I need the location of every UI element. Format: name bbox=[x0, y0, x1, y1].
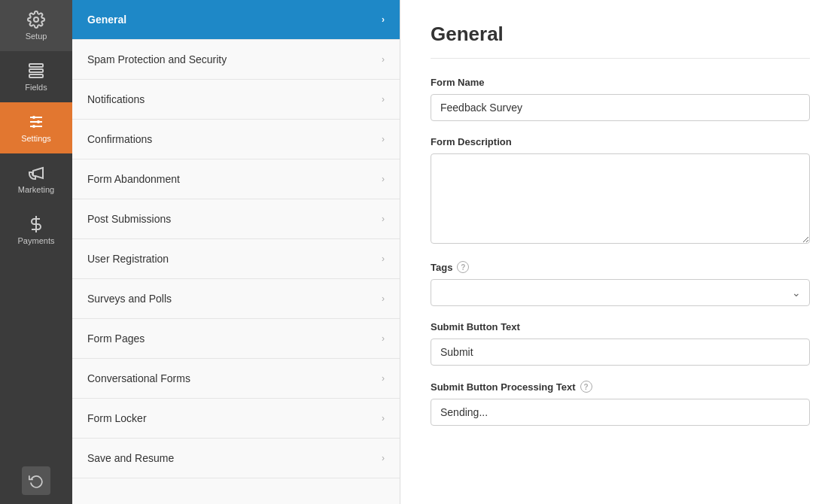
chevron-icon: › bbox=[382, 134, 385, 144]
menu-label-general: General bbox=[87, 14, 126, 26]
menu-item-general[interactable]: General › bbox=[72, 0, 400, 40]
svg-rect-3 bbox=[29, 74, 43, 77]
nav-label-payments: Payments bbox=[18, 236, 55, 245]
history-icon bbox=[29, 473, 44, 488]
chevron-icon: › bbox=[382, 214, 385, 224]
menu-item-form-abandonment[interactable]: Form Abandonment › bbox=[72, 159, 400, 199]
megaphone-icon bbox=[27, 164, 45, 182]
form-description-label: Form Description bbox=[431, 136, 810, 147]
tags-group: Tags ? ⌄ bbox=[431, 261, 810, 306]
chevron-icon: › bbox=[382, 373, 385, 384]
nav-item-settings[interactable]: Settings bbox=[0, 102, 72, 153]
dollar-icon bbox=[27, 215, 45, 233]
menu-item-spam-protection[interactable]: Spam Protection and Security › bbox=[72, 40, 400, 80]
nav-label-settings: Settings bbox=[21, 134, 51, 143]
processing-help-icon[interactable]: ? bbox=[580, 381, 592, 393]
menu-item-conversational-forms[interactable]: Conversational Forms › bbox=[72, 359, 400, 399]
menu-item-confirmations[interactable]: Confirmations › bbox=[72, 120, 400, 159]
menu-item-user-registration[interactable]: User Registration › bbox=[72, 239, 400, 279]
sliders-icon bbox=[27, 113, 45, 131]
tags-label: Tags ? bbox=[431, 261, 810, 273]
svg-point-8 bbox=[37, 120, 40, 123]
page-title: General bbox=[431, 23, 810, 59]
nav-item-payments[interactable]: Payments bbox=[0, 205, 72, 256]
menu-item-form-pages[interactable]: Form Pages › bbox=[72, 319, 400, 359]
chevron-icon: › bbox=[382, 413, 385, 424]
chevron-icon: › bbox=[382, 453, 385, 463]
nav-label-setup: Setup bbox=[26, 32, 47, 41]
nav-label-fields: Fields bbox=[25, 83, 47, 92]
menu-label-form-pages: Form Pages bbox=[87, 332, 145, 345]
menu-item-post-submissions[interactable]: Post Submissions › bbox=[72, 199, 400, 239]
form-name-input[interactable] bbox=[431, 94, 810, 121]
menu-label-confirmations: Confirmations bbox=[87, 133, 152, 145]
chevron-icon: › bbox=[382, 94, 385, 105]
svg-point-9 bbox=[32, 125, 35, 128]
menu-label-notifications: Notifications bbox=[87, 93, 145, 105]
chevron-icon: › bbox=[382, 254, 385, 264]
menu-label-form-abandonment: Form Abandonment bbox=[87, 173, 180, 185]
tags-select-wrapper: ⌄ bbox=[431, 279, 810, 306]
submit-button-text-label: Submit Button Text bbox=[431, 321, 810, 332]
fields-icon bbox=[27, 62, 45, 80]
menu-label-surveys-polls: Surveys and Polls bbox=[87, 293, 172, 305]
gear-icon bbox=[27, 11, 45, 29]
menu-label-spam-protection: Spam Protection and Security bbox=[87, 53, 227, 65]
submit-button-processing-label: Submit Button Processing Text ? bbox=[431, 381, 810, 393]
chevron-icon: › bbox=[382, 14, 385, 25]
form-description-textarea[interactable] bbox=[431, 153, 810, 244]
menu-label-post-submissions: Post Submissions bbox=[87, 213, 171, 225]
chevron-icon: › bbox=[382, 293, 385, 304]
nav-item-fields[interactable]: Fields bbox=[0, 51, 72, 102]
chevron-icon: › bbox=[382, 54, 385, 65]
settings-menu: General › Spam Protection and Security ›… bbox=[72, 0, 400, 504]
chevron-icon: › bbox=[382, 333, 385, 344]
submit-button-text-input[interactable] bbox=[431, 339, 810, 366]
svg-point-7 bbox=[32, 116, 35, 119]
svg-point-0 bbox=[34, 17, 38, 22]
menu-label-save-resume: Save and Resume bbox=[87, 452, 174, 464]
icon-nav: Setup Fields Settings Marketing bbox=[0, 0, 72, 504]
nav-item-marketing[interactable]: Marketing bbox=[0, 153, 72, 205]
svg-rect-1 bbox=[29, 64, 43, 67]
tags-select[interactable] bbox=[431, 279, 810, 306]
submit-button-text-group: Submit Button Text bbox=[431, 321, 810, 366]
main-content: General Form Name Form Description Tags … bbox=[400, 0, 840, 504]
form-name-group: Form Name bbox=[431, 77, 810, 121]
menu-label-conversational-forms: Conversational Forms bbox=[87, 372, 190, 384]
tags-help-icon[interactable]: ? bbox=[457, 261, 469, 273]
menu-item-form-locker[interactable]: Form Locker › bbox=[72, 399, 400, 439]
svg-rect-2 bbox=[29, 69, 43, 72]
history-button[interactable] bbox=[22, 466, 50, 495]
menu-item-save-resume[interactable]: Save and Resume › bbox=[72, 439, 400, 478]
chevron-icon: › bbox=[382, 174, 385, 184]
nav-item-setup[interactable]: Setup bbox=[0, 0, 72, 51]
nav-bottom bbox=[0, 466, 72, 504]
submit-button-processing-input[interactable] bbox=[431, 399, 810, 426]
menu-item-surveys-polls[interactable]: Surveys and Polls › bbox=[72, 279, 400, 319]
menu-label-user-registration: User Registration bbox=[87, 253, 169, 265]
menu-item-notifications[interactable]: Notifications › bbox=[72, 80, 400, 120]
menu-label-form-locker: Form Locker bbox=[87, 412, 147, 424]
form-description-group: Form Description bbox=[431, 136, 810, 246]
nav-label-marketing: Marketing bbox=[18, 185, 54, 194]
submit-button-processing-group: Submit Button Processing Text ? bbox=[431, 381, 810, 426]
form-name-label: Form Name bbox=[431, 77, 810, 88]
